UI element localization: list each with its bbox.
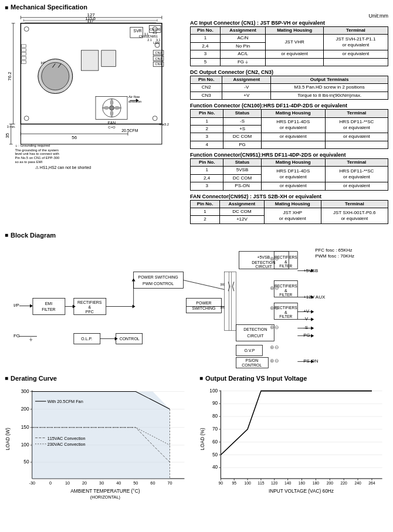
cn1-th-4: Terminal xyxy=(323,27,388,35)
svg-text:&: & xyxy=(88,305,91,309)
table-row: 5 FG ⏚ xyxy=(191,58,388,66)
svg-text:CN2: CN2 xyxy=(155,57,162,60)
connector-tables: Unit:mm AC Input Connector (CN1) : JST B… xyxy=(190,13,388,227)
svg-marker-93 xyxy=(311,326,314,330)
svg-rect-140 xyxy=(33,298,65,314)
derating-chart: Derating Curve 300 200 150 100 50 xyxy=(5,375,194,506)
cn952-title: FAN Connector(CN952) : JSTS S2B-XH or eq… xyxy=(190,194,388,199)
svg-text:Pin No.5 on CN1 of EPP-300: Pin No.5 on CN1 of EPP-300 xyxy=(15,156,60,160)
svg-text:CIRCUIT: CIRCUIT xyxy=(247,334,264,338)
table-row: 1 5VSB HRS DF11-4DSor equivalent HRS DF1… xyxy=(191,167,388,174)
svg-text:⏚ : Grounding required: ⏚ : Grounding required xyxy=(15,144,50,147)
svg-text:50: 50 xyxy=(23,459,29,465)
svg-text:50: 50 xyxy=(133,480,138,486)
svg-text:so as to pass EMI: so as to pass EMI xyxy=(15,160,43,164)
svg-text:LED: LED xyxy=(153,41,160,45)
svg-text:&: & xyxy=(284,310,287,314)
svg-text:(HORIZONTAL): (HORIZONTAL) xyxy=(90,494,120,500)
svg-text:PS/ON: PS/ON xyxy=(246,358,259,362)
svg-text:FILTER: FILTER xyxy=(279,314,292,318)
svg-rect-42 xyxy=(21,49,26,52)
svg-rect-35 xyxy=(81,50,98,70)
cn100-block: Function Connector (CN100):HRS DF11-4DP-… xyxy=(190,103,388,149)
svg-rect-43 xyxy=(21,53,26,56)
svg-text:120: 120 xyxy=(271,481,278,485)
svg-marker-96 xyxy=(311,334,314,337)
svg-text:SVR: SVR xyxy=(134,29,142,33)
mechanical-spec-title: Mechanical Specification xyxy=(11,4,87,11)
svg-text:115VAC Convection: 115VAC Convection xyxy=(48,435,86,440)
svg-text:DETECTION: DETECTION xyxy=(243,327,267,331)
svg-text:+5VSB: +5VSB xyxy=(257,255,270,259)
svg-rect-69 xyxy=(21,124,162,144)
svg-text:FILTER: FILTER xyxy=(279,263,292,267)
svg-marker-150 xyxy=(133,304,135,308)
svg-text:140: 140 xyxy=(284,481,292,485)
svg-point-48 xyxy=(24,116,29,121)
svg-text:180: 180 xyxy=(313,481,320,485)
svg-text:70: 70 xyxy=(212,426,218,432)
svg-rect-36 xyxy=(101,50,116,66)
svg-text:⊕⊖: ⊕⊖ xyxy=(270,305,279,311)
table-row: 3 DC COM or equivalent or equivalent xyxy=(191,133,388,141)
svg-text:CN3: CN3 xyxy=(155,62,162,66)
svg-text:POWER: POWER xyxy=(196,301,211,305)
cn952-block: FAN Connector(CN952) : JSTS S2B-XH or eq… xyxy=(190,194,388,224)
cn100-table: Pin No. Status Mating Housing Terminal 1… xyxy=(190,109,388,149)
svg-text:C=O: C=O xyxy=(108,126,116,129)
svg-text:200: 200 xyxy=(327,481,334,485)
svg-text:⚠ HS1,HS2 can not be shorted: ⚠ HS1,HS2 can not be shorted xyxy=(35,165,91,170)
svg-text:60: 60 xyxy=(212,439,218,445)
svg-text:level unit has to connect with: level unit has to connect with xyxy=(15,153,59,156)
table-row: 3 AC/L or equivalent or equivalent xyxy=(191,50,388,58)
svg-text:40: 40 xyxy=(212,464,218,470)
svg-text:90: 90 xyxy=(219,481,223,485)
cn2cn3-block: DC Output Connector (CN2, CN3) Pin No. A… xyxy=(190,69,388,100)
svg-text:-V: -V xyxy=(303,316,309,321)
svg-point-46 xyxy=(24,27,29,32)
block-diagram-svg: PFC fosc : 65KHz PWM fosc : 70KHz +5VSB … xyxy=(5,241,388,370)
svg-text:+5VSB: +5VSB xyxy=(303,267,318,273)
svg-text:⊕⊖: ⊕⊖ xyxy=(270,344,279,350)
svg-rect-45 xyxy=(21,60,26,63)
svg-text:AMBIENT TEMPERATURE (°C): AMBIENT TEMPERATURE (°C) xyxy=(70,488,140,494)
svg-text:70: 70 xyxy=(167,480,172,486)
cn951-table: Pin No. Status Mating Housing Terminal 1… xyxy=(190,158,388,191)
svg-text:CN2: CN2 xyxy=(155,51,162,55)
svg-text:With 20.5CFM Fan: With 20.5CFM Fan xyxy=(48,399,83,404)
derating-chart-area: 300 200 150 100 50 -30 0 10 20 30 xyxy=(5,384,194,506)
table-row: 1 -S HRS DF11-4DSor equivalent HRS DF11-… xyxy=(191,117,388,125)
svg-text:⊕⊖: ⊕⊖ xyxy=(270,324,279,330)
svg-text:220: 220 xyxy=(341,481,348,485)
output-derating-svg: 100 90 80 70 60 50 40 90 95 xyxy=(199,384,388,506)
svg-text:O.L.P.: O.L.P. xyxy=(81,337,92,341)
svg-text:&: & xyxy=(284,288,287,292)
svg-text:⟩⟨: ⟩⟨ xyxy=(227,280,235,292)
svg-text:FG: FG xyxy=(13,333,20,338)
svg-text:&: & xyxy=(284,259,287,263)
svg-text:-S: -S xyxy=(303,325,308,330)
svg-text:160: 160 xyxy=(299,481,306,485)
svg-text:RECTIFIERS: RECTIFIERS xyxy=(77,300,102,304)
cn100-title: Function Connector (CN100):HRS DF11-4DP-… xyxy=(190,103,388,109)
svg-text:3 min.: 3 min. xyxy=(7,125,16,128)
svg-text:2.1: 2.1 xyxy=(147,38,152,42)
svg-rect-44 xyxy=(21,57,26,60)
cn1-th-2: Assignment xyxy=(220,27,266,35)
mechanical-drawing-svg: 127 115.6 117 76.2 SVR CN100 4.2 xyxy=(5,13,187,171)
svg-text:PFC fosc : 65KHz: PFC fosc : 65KHz xyxy=(315,247,352,252)
svg-point-38 xyxy=(42,62,69,90)
svg-text:300: 300 xyxy=(21,388,29,394)
cn951-block: Function Connector(CN951):HRS DF11-4DP-2… xyxy=(190,152,388,191)
svg-point-49 xyxy=(153,116,157,121)
block-diagram-header: Block Diagram xyxy=(5,232,388,239)
svg-marker-161 xyxy=(115,337,118,340)
svg-text:FAN: FAN xyxy=(108,121,116,125)
svg-text:⏚: ⏚ xyxy=(29,336,33,342)
cn951-title: Function Connector(CN951):HRS DF11-4DP-2… xyxy=(190,152,388,158)
svg-marker-148 xyxy=(73,304,76,308)
svg-text:10: 10 xyxy=(65,480,70,486)
charts-row: Derating Curve 300 200 150 100 50 xyxy=(5,375,388,506)
svg-text:200: 200 xyxy=(21,405,29,411)
table-row: CN3 +V Torque to 8 lbs·in(90cNm)max. xyxy=(191,92,388,99)
